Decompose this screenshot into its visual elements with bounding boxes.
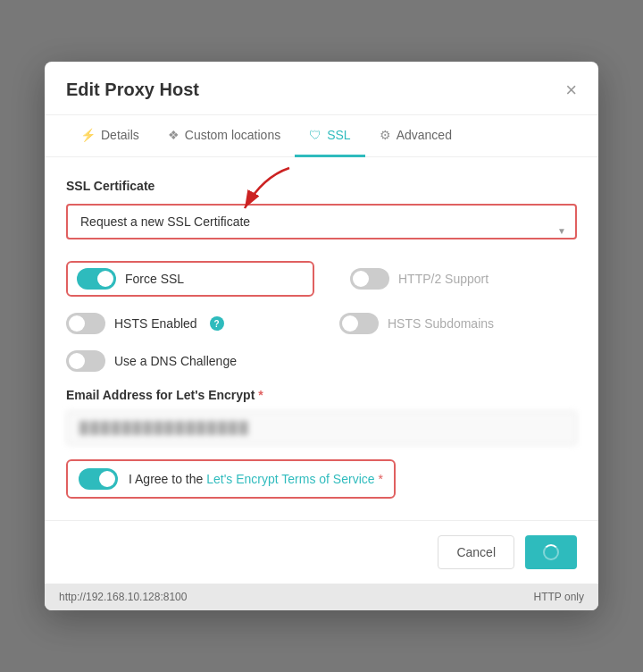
- modal-overlay: Edit Proxy Host × ⚡ Details ❖ Custom loc…: [0, 0, 643, 672]
- hsts-group: HSTS Enabled ? HSTS Subdomains: [66, 313, 577, 334]
- ssl-certificate-label: SSL Certificate: [66, 179, 577, 193]
- tos-required-star: *: [378, 472, 382, 486]
- hsts-subdomains-slider: [339, 313, 379, 334]
- hsts-subdomains-item: HSTS Subdomains: [339, 313, 577, 334]
- modal-body: SSL Certificate Request a new SSL Certif…: [45, 157, 598, 520]
- force-ssl-toggle[interactable]: [77, 268, 116, 290]
- certificate-select-container: Request a new SSL Certificate: [66, 204, 577, 257]
- edit-proxy-host-modal: Edit Proxy Host × ⚡ Details ❖ Custom loc…: [45, 62, 598, 610]
- hsts-enabled-toggle[interactable]: [66, 313, 105, 334]
- cancel-button[interactable]: Cancel: [438, 535, 514, 569]
- modal-header: Edit Proxy Host ×: [45, 62, 598, 115]
- ssl-certificate-select[interactable]: Request a new SSL Certificate: [66, 204, 577, 239]
- tab-ssl-label: SSL: [327, 128, 350, 142]
- dns-challenge-toggle[interactable]: [66, 350, 105, 372]
- dns-challenge-item: Use a DNS Challenge: [66, 350, 577, 372]
- hsts-help-icon[interactable]: ?: [210, 316, 224, 331]
- http2-slider: [350, 268, 389, 290]
- tab-details-label: Details: [101, 128, 139, 142]
- force-ssl-slider: [77, 268, 116, 290]
- save-button[interactable]: [525, 535, 577, 569]
- email-input[interactable]: [66, 411, 577, 445]
- tos-prefix: I Agree to the: [129, 472, 206, 486]
- http2-item: HTTP/2 Support: [350, 261, 577, 297]
- tab-bar: ⚡ Details ❖ Custom locations 🛡 SSL ⚙ Adv…: [45, 115, 598, 157]
- dns-challenge-label: Use a DNS Challenge: [114, 354, 237, 368]
- custom-locations-icon: ❖: [168, 128, 180, 142]
- tab-advanced-label: Advanced: [397, 128, 452, 142]
- bottom-bar-left: http://192.168.10.128:8100: [59, 591, 187, 603]
- force-ssl-item: Force SSL: [66, 261, 314, 297]
- force-ssl-label: Force SSL: [125, 272, 184, 286]
- email-label-text: Email Address for Let's Encrypt: [66, 388, 255, 402]
- tab-details[interactable]: ⚡ Details: [66, 115, 154, 157]
- bottom-bar-right: HTTP only: [534, 591, 584, 603]
- hsts-enabled-label: HSTS Enabled: [114, 316, 197, 331]
- modal-footer: Cancel: [45, 520, 598, 584]
- ssl-icon: 🛡: [309, 128, 322, 142]
- http2-label: HTTP/2 Support: [398, 272, 489, 286]
- tab-advanced[interactable]: ⚙ Advanced: [365, 115, 466, 157]
- hsts-subdomains-label: HSTS Subdomains: [388, 316, 494, 331]
- bottom-bar: http://192.168.10.128:8100 HTTP only: [45, 584, 598, 610]
- tos-slider: [79, 468, 118, 490]
- tos-row: I Agree to the Let's Encrypt Terms of Se…: [66, 459, 396, 499]
- loading-spinner: [543, 544, 559, 560]
- tab-custom-locations[interactable]: ❖ Custom locations: [154, 115, 295, 157]
- dns-challenge-slider: [66, 350, 105, 372]
- tab-custom-locations-label: Custom locations: [185, 128, 280, 142]
- modal-title: Edit Proxy Host: [66, 80, 199, 100]
- hsts-enabled-slider: [66, 313, 105, 334]
- tos-link[interactable]: Let's Encrypt Terms of Service: [206, 472, 374, 486]
- force-ssl-http2-group: Force SSL HTTP/2 Support: [66, 261, 577, 297]
- hsts-enabled-item: HSTS Enabled ?: [66, 313, 304, 334]
- close-button[interactable]: ×: [565, 80, 577, 100]
- tos-toggle[interactable]: [79, 468, 118, 490]
- advanced-icon: ⚙: [380, 128, 391, 142]
- tos-text: I Agree to the Let's Encrypt Terms of Se…: [129, 472, 383, 486]
- http2-toggle[interactable]: [350, 268, 389, 290]
- tab-ssl[interactable]: 🛡 SSL: [295, 115, 364, 157]
- certificate-select-wrapper: Request a new SSL Certificate: [66, 204, 577, 257]
- email-required-star: *: [258, 388, 263, 402]
- hsts-subdomains-toggle[interactable]: [339, 313, 379, 334]
- details-icon: ⚡: [80, 128, 96, 142]
- email-section-label: Email Address for Let's Encrypt *: [66, 388, 577, 402]
- dns-challenge-row: Use a DNS Challenge: [66, 350, 577, 372]
